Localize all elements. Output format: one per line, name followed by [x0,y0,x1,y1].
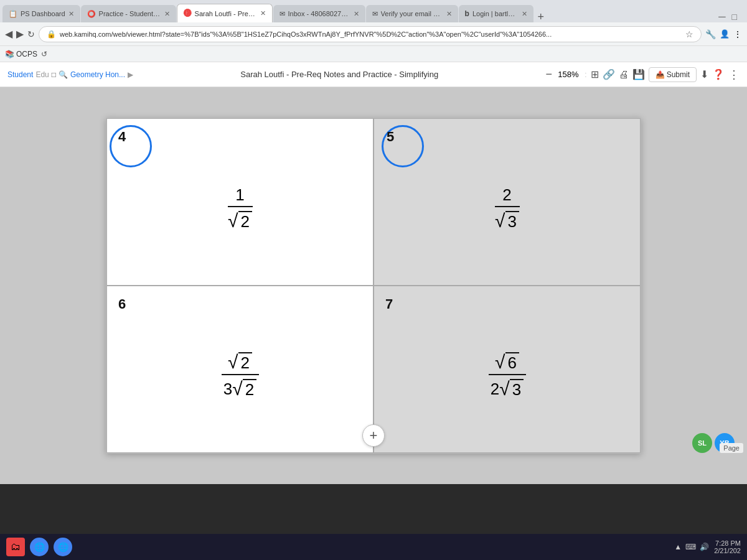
cell-4-number: 4 [118,129,126,145]
add-page-button[interactable]: + [362,424,385,447]
zoom-controls: − 158% : [545,68,586,81]
submit-label: Submit [667,70,690,79]
fraction-4: 1 √2 [228,185,253,231]
back-button[interactable]: ◀ [5,28,12,40]
minimize-icon[interactable]: ─ [718,11,725,22]
sqrt-symbol-4: √ [228,212,238,230]
tab-verify[interactable]: ✉ Verify your email addre... ✕ [366,5,458,22]
cell-5-content: 2 √3 [384,141,630,275]
denominator-5: √3 [495,210,519,231]
cell-7-number: 7 [385,296,393,312]
breadcrumb-arrow: ▶ [128,70,133,79]
restore-icon[interactable]: □ [732,12,737,22]
download-icon[interactable]: ⬇ [700,68,708,80]
profile-button[interactable]: 👤 [720,29,730,39]
cell-6-number: 6 [118,296,126,312]
tab-label-1: PS Dashboard [21,10,65,17]
cell-6[interactable]: 6 √2 3 √2 [106,286,374,453]
submit-icon: 📤 [655,70,665,79]
cell-4[interactable]: 4 1 √2 [106,118,374,286]
cell-5[interactable]: 5 2 √3 [374,118,641,286]
lock-icon: 🔒 [47,30,56,39]
denominator-7: 2 √3 [491,378,524,399]
menu-button[interactable]: ⋮ [733,29,742,39]
star-icon[interactable]: ☆ [685,29,693,39]
avatar-sl[interactable]: SL [692,433,712,453]
tab-label-6: Login | bartleby [472,10,519,17]
denominator-6: 3 √2 [223,378,256,399]
tab-close-5[interactable]: ✕ [446,10,452,18]
ocps-bookmark[interactable]: 📚 OCPS [5,50,37,58]
ocps-refresh[interactable]: ↺ [41,50,47,58]
bookmarks-bar: 📚 OCPS ↺ [0,46,747,62]
tab-close-3[interactable]: ✕ [260,9,266,17]
taskbar-chrome-icon-2[interactable]: 🌐 [54,538,72,556]
sqrt-sym-n7: √ [495,353,505,371]
fraction-6: √2 3 √2 [222,352,259,399]
tab-icon-6: b [465,9,469,18]
kamihq-toolbar: Student Edu □ 🔍 Geometry Hon... ▶ Sarah … [0,62,747,87]
keyboard-icon: ⌨ [685,543,696,551]
taskbar-chrome-icon[interactable]: 🌐 [30,538,49,556]
tab-practice[interactable]: ⭕ Practice - Student Cop... ✕ [81,5,176,22]
tab-bartleby[interactable]: b Login | bartleby ✕ [459,5,533,22]
cell-6-content: √2 3 √2 [117,309,363,442]
cell-5-number: 5 [387,129,394,145]
tab-icon-5: ✉ [372,10,378,18]
numerator-6: √2 [222,352,259,375]
bookmark-icon: 📚 [5,50,14,58]
denominator-4: √2 [228,210,252,231]
submit-button[interactable]: 📤 Submit [649,67,697,82]
time-display: 7:28 PM [714,539,741,547]
tab-icon-4: ✉ [280,10,285,18]
network-icon: ▲ [674,543,682,551]
taskbar-file-icon[interactable]: 🗂 [6,538,25,556]
search-icon[interactable]: 🔍 [59,70,68,79]
sqrt-radicand-5: 3 [505,211,519,231]
worksheet: 4 1 √2 5 [106,118,641,454]
layers-icon[interactable]: ⊞ [591,68,599,80]
tab-close-1[interactable]: ✕ [68,10,74,18]
coeff-d6: 3 [223,380,232,399]
more-icon[interactable]: ⋮ [728,68,740,82]
zoom-minus-button[interactable]: − [545,68,552,81]
sqrt-sym-n6: √ [228,353,238,371]
zoom-divider: : [585,70,587,79]
ocps-label: OCPS [16,50,37,58]
new-tab-button[interactable]: + [534,11,548,22]
tab-sarah-loutfi[interactable]: 🅚 Sarah Loutfi - Pre-Req... ✕ [177,4,273,22]
tab-close-4[interactable]: ✕ [354,10,359,18]
tab-label-5: Verify your email addre... [381,10,443,17]
tab-inbox[interactable]: ✉ Inbox - 4806802792@... ✕ [273,5,365,22]
breadcrumb-geometry[interactable]: Geometry Hon... [70,70,125,79]
page-title: Sarah Loutfi - Pre-Req Notes and Practic… [137,70,542,79]
tab-ps-dashboard[interactable]: 📋 PS Dashboard ✕ [2,5,80,22]
address-bar-row: ◀ ▶ ↻ 🔒 web.kamihq.com/web/viewer.html?s… [0,22,747,46]
content-area: 4 1 √2 5 [0,87,747,484]
reload-button[interactable]: ↻ [27,29,35,39]
save-icon[interactable]: 💾 [632,68,645,80]
url-display: web.kamihq.com/web/viewer.html?state=%7B… [60,30,682,38]
breadcrumb: Student Edu □ 🔍 Geometry Hon... ▶ [7,70,133,79]
breadcrumb-student[interactable]: Student [7,70,33,79]
tab-close-6[interactable]: ✕ [522,10,527,18]
browser-window: 📋 PS Dashboard ✕ ⭕ Practice - Student Co… [0,0,747,484]
cell-7[interactable]: 7 √6 2 √3 [374,286,641,453]
tab-icon-1: 📋 [9,10,17,18]
date-display: 2/21/202 [714,547,741,554]
numerator-4: 1 [228,185,253,207]
sqrt-rad-d6: 2 [243,379,256,399]
print-icon[interactable]: 🖨 [619,69,629,80]
tab-close-2[interactable]: ✕ [164,10,170,18]
sqrt-symbol-5: √ [495,212,505,230]
coeff-d7: 2 [491,380,499,399]
address-bar[interactable]: 🔒 web.kamihq.com/web/viewer.html?state=%… [39,26,702,42]
sqrt-radicand-4: 2 [238,211,252,231]
share-icon[interactable]: 🔗 [603,68,615,80]
sqrt-rad-n7: 6 [505,352,519,373]
forward-button[interactable]: ▶ [16,28,24,40]
tab-icon-3: 🅚 [184,9,192,18]
help-icon[interactable]: ❓ [712,68,725,80]
extensions-button[interactable]: 🔧 [705,29,716,39]
taskbar: 🗂 🌐 🌐 ▲ ⌨ 🔊 7:28 PM 2/21/202 [0,534,747,560]
